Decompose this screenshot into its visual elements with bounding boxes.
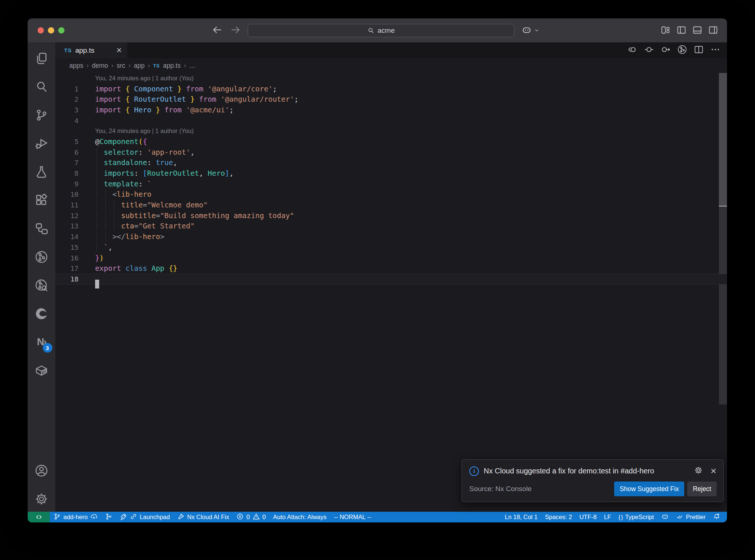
nav-back-circle-icon[interactable] bbox=[627, 45, 637, 56]
indent-guide bbox=[105, 222, 106, 230]
tab-label: app.ts bbox=[75, 46, 94, 55]
container-icon[interactable] bbox=[32, 360, 52, 381]
extensions-icon[interactable] bbox=[32, 189, 52, 211]
status-label: Auto Attach: Always bbox=[273, 514, 327, 521]
status-auto-attach[interactable]: Auto Attach: Always bbox=[269, 512, 330, 522]
code-content[interactable]: selector: 'app-root', bbox=[95, 148, 727, 157]
braces-icon: { } bbox=[619, 514, 623, 520]
breadcrumb-item-src[interactable]: src bbox=[116, 62, 125, 70]
code-content[interactable]: import { Component } from '@angular/core… bbox=[95, 85, 727, 93]
code-content[interactable]: }) bbox=[95, 254, 727, 262]
toggle-secondary-sidebar-icon[interactable] bbox=[708, 25, 718, 36]
breadcrumb-item-apps[interactable]: apps bbox=[69, 62, 83, 70]
project-graph-icon[interactable] bbox=[32, 218, 52, 239]
code-line: 9 template: ` bbox=[55, 179, 727, 189]
split-editor-icon[interactable] bbox=[694, 45, 704, 56]
breadcrumb-separator: › bbox=[87, 62, 88, 69]
notification-settings-gear-icon[interactable] bbox=[694, 466, 703, 476]
toggle-primary-sidebar-icon[interactable] bbox=[676, 25, 686, 36]
source-control-icon[interactable] bbox=[32, 104, 52, 126]
code-content[interactable]: export class App {} bbox=[95, 264, 727, 273]
code-content[interactable]: subtitle="Build something amazing today" bbox=[95, 211, 727, 220]
line-number: 16 bbox=[55, 254, 95, 262]
copilot-icon[interactable] bbox=[522, 25, 532, 36]
toggle-panel-icon[interactable] bbox=[692, 25, 702, 36]
chevron-down-icon[interactable] bbox=[534, 27, 540, 35]
status-nx-cloud-ai-fix[interactable]: Nx Cloud AI Fix bbox=[174, 512, 233, 522]
breadcrumb-item-demo[interactable]: demo bbox=[92, 62, 108, 70]
search-icon[interactable] bbox=[32, 76, 52, 97]
indent-guide bbox=[97, 222, 97, 230]
status-copilot[interactable] bbox=[658, 512, 672, 522]
error-circle-icon bbox=[236, 513, 244, 522]
code-content[interactable]: imports: [RouterOutlet, Hero], bbox=[95, 169, 727, 178]
run-and-debug-icon[interactable] bbox=[32, 133, 52, 154]
git-blame-annotation: You, 24 minutes ago | 1 author (You) bbox=[55, 73, 727, 84]
testing-icon[interactable] bbox=[32, 161, 52, 182]
status-language-mode[interactable]: { }TypeScript bbox=[615, 512, 658, 522]
status-indentation[interactable]: Spaces: 2 bbox=[541, 512, 575, 522]
status-vim-mode[interactable]: -- NORMAL -- bbox=[330, 512, 375, 522]
zoom-window-button[interactable] bbox=[58, 27, 65, 34]
code-content[interactable]: import { RouterOutlet } from '@angular/r… bbox=[95, 95, 727, 104]
code-editor[interactable]: You, 24 minutes ago | 1 author (You)1imp… bbox=[55, 73, 727, 512]
dash-circle-icon[interactable] bbox=[644, 45, 654, 56]
code-content[interactable]: import { Hero } from '@acme/ui'; bbox=[95, 106, 727, 114]
line-number: 13 bbox=[55, 222, 95, 230]
breadcrumb-item-[interactable]: … bbox=[189, 62, 196, 70]
git-graph-circle-icon[interactable] bbox=[32, 246, 52, 267]
settings-gear-icon[interactable] bbox=[32, 488, 52, 510]
status-eol[interactable]: LF bbox=[600, 512, 615, 522]
code-content[interactable]: ></lib-hero> bbox=[95, 232, 727, 241]
wrench-icon bbox=[177, 513, 185, 522]
status-label: add-hero bbox=[63, 514, 88, 521]
tab-app-ts[interactable]: TS app.ts ✕ bbox=[55, 42, 127, 58]
accounts-icon[interactable] bbox=[32, 460, 52, 481]
line-number: 9 bbox=[55, 180, 95, 188]
code-line: 1import { Component } from '@angular/cor… bbox=[55, 84, 727, 94]
status-git-graph[interactable] bbox=[101, 512, 116, 522]
history-forward-icon[interactable] bbox=[230, 24, 241, 37]
history-back-icon[interactable] bbox=[212, 24, 223, 37]
status-prettier[interactable]: Prettier bbox=[672, 512, 709, 522]
status-launchpad[interactable]: Launchpad bbox=[116, 512, 174, 522]
status-problems[interactable]: 00 bbox=[233, 512, 269, 522]
code-content[interactable]: `, bbox=[95, 243, 727, 252]
status-encoding[interactable]: UTF-8 bbox=[576, 512, 601, 522]
remote-icon bbox=[35, 513, 43, 521]
cursor bbox=[95, 280, 99, 288]
minimize-window-button[interactable] bbox=[48, 27, 54, 34]
line-number: 12 bbox=[55, 212, 95, 220]
status-branch[interactable]: add-hero bbox=[50, 512, 101, 522]
code-content[interactable]: standalone: true, bbox=[95, 158, 727, 167]
breadcrumb-item-app[interactable]: app bbox=[134, 62, 145, 70]
blame-text: You, 24 minutes ago | 1 author (You) bbox=[95, 75, 194, 82]
indent-guide bbox=[97, 169, 97, 178]
breadcrumb-item-appts[interactable]: TSapp.ts bbox=[153, 62, 181, 70]
browser-tools-icon[interactable] bbox=[32, 303, 52, 324]
gitlens-graph-icon[interactable] bbox=[677, 45, 687, 56]
code-line: 2import { RouterOutlet } from '@angular/… bbox=[55, 94, 727, 105]
notification-close-icon[interactable]: ✕ bbox=[710, 467, 717, 476]
show-suggested-fix-button[interactable]: Show Suggested Fix bbox=[614, 482, 685, 496]
remote-indicator[interactable] bbox=[28, 512, 50, 522]
indent-guide bbox=[97, 180, 97, 188]
close-window-button[interactable] bbox=[38, 27, 44, 34]
command-center-search[interactable]: acme bbox=[248, 24, 514, 37]
nx-console-icon[interactable]: N› 3 bbox=[32, 331, 52, 353]
reject-button[interactable]: Reject bbox=[687, 482, 717, 496]
customize-layout-icon[interactable] bbox=[661, 25, 671, 36]
code-content[interactable]: <lib-hero bbox=[95, 190, 727, 199]
status-notifications-bell[interactable] bbox=[709, 512, 724, 522]
code-content[interactable]: template: ` bbox=[95, 180, 727, 188]
breadcrumb-separator: › bbox=[129, 62, 131, 69]
circle-arrow-right-icon[interactable] bbox=[661, 45, 671, 56]
code-content[interactable]: title="Welcmoe demo" bbox=[95, 201, 727, 209]
status-cursor-position[interactable]: Ln 18, Col 1 bbox=[501, 512, 541, 522]
explorer-icon[interactable] bbox=[32, 48, 52, 69]
code-content[interactable]: @Component({ bbox=[95, 137, 727, 146]
git-search-icon[interactable] bbox=[32, 274, 52, 296]
more-actions-icon[interactable] bbox=[710, 45, 720, 56]
code-content[interactable]: cta="Get Started" bbox=[95, 222, 727, 230]
tab-close-icon[interactable]: ✕ bbox=[116, 46, 122, 55]
